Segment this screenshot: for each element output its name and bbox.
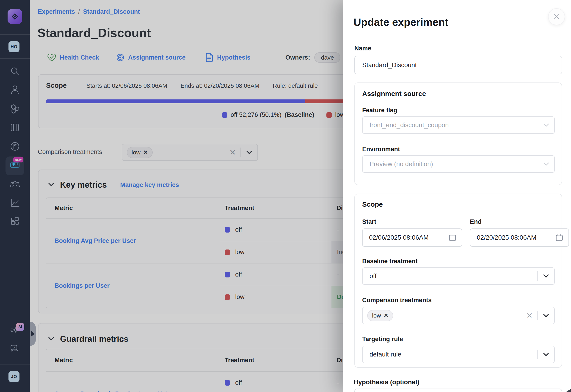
comparison-treatments-multiselect[interactable]: low ✕ ✕ [362,307,555,324]
chevron-down-icon [538,123,554,127]
hypothesis-optional-label: Hypothesis (optional) [354,378,419,386]
app-window: HO NEW [0,0,571,392]
environment-label: Environment [362,146,400,153]
environment-value: Preview (no definition) [370,160,433,168]
targeting-rule-select[interactable]: default rule [362,346,555,363]
update-experiment-drawer: Update experiment Name Assignment source… [343,0,571,392]
chevron-down-icon[interactable] [538,352,554,356]
scope-section-title: Scope [362,200,383,208]
name-input[interactable] [354,56,562,74]
feature-flag-label: Feature flag [362,107,397,114]
baseline-treatment-select[interactable]: off [362,267,555,285]
chip-label: low [372,312,381,319]
environment-select[interactable]: Preview (no definition) [362,155,555,173]
assignment-source-title: Assignment source [362,90,426,98]
feature-flag-value: front_end_discount_coupon [370,121,449,129]
name-label: Name [354,45,371,52]
chevron-down-icon[interactable] [538,313,554,318]
chevron-down-icon [538,162,554,166]
hypothesis-textarea[interactable] [354,389,562,392]
targeting-rule-value: default rule [370,351,401,358]
drawer-title: Update experiment [354,16,448,28]
end-label: End [470,218,482,225]
baseline-treatment-value: off [370,272,377,280]
end-date-input[interactable]: 02/20/2025 08:06AM [470,228,569,247]
chip-remove-icon[interactable]: ✕ [384,312,388,319]
chevron-down-icon[interactable] [538,274,554,278]
targeting-rule-label: Targeting rule [362,336,403,343]
end-date-value: 02/20/2025 08:06AM [477,234,536,241]
baseline-treatment-label: Baseline treatment [362,258,418,265]
calendar-icon [448,234,457,242]
close-button[interactable] [548,8,565,25]
calendar-icon [555,234,563,242]
scope-section: Scope Start End 02/06/2025 08:06AM 02/20… [354,194,562,368]
feature-flag-select[interactable]: front_end_discount_coupon [362,116,555,134]
assignment-source-section: Assignment source Feature flag front_end… [354,83,562,185]
start-date-value: 02/06/2025 08:06AM [369,234,429,241]
start-label: Start [362,218,376,225]
close-icon [553,13,560,20]
resize-grip[interactable] [566,389,571,392]
comparison-treatments-label: Comparison treatments [362,297,432,304]
clear-icon[interactable]: ✕ [522,312,538,319]
start-date-input[interactable]: 02/06/2025 08:06AM [362,228,462,247]
treatment-chip-low[interactable]: low ✕ [367,310,393,321]
